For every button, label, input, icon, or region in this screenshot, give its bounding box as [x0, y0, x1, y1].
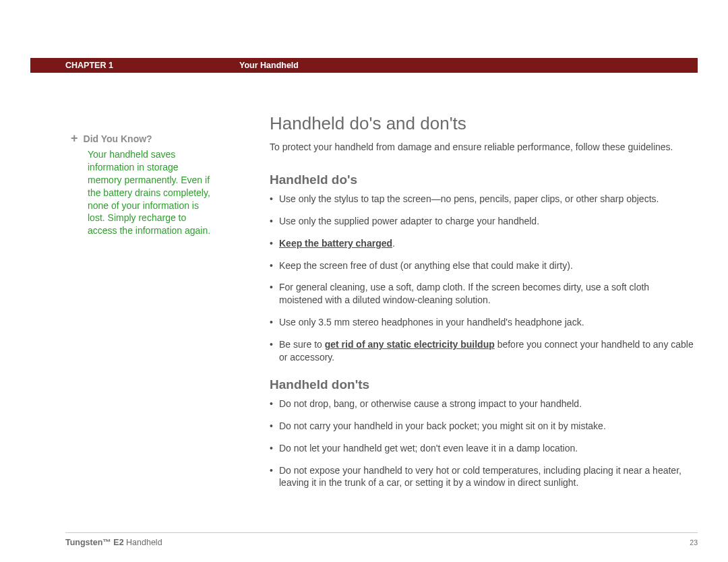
- list-item: Keep the battery charged.: [270, 237, 694, 250]
- list-item: Do not carry your handheld in your back …: [270, 420, 694, 433]
- list-item: Do not let your handheld get wet; don't …: [270, 442, 694, 455]
- chapter-label: CHAPTER 1: [30, 61, 239, 70]
- footer-model: Tungsten™ E2 Handheld: [65, 538, 162, 547]
- list-item: Be sure to get rid of any static electri…: [270, 338, 694, 364]
- page-footer: Tungsten™ E2 Handheld 23: [65, 538, 698, 547]
- footer-divider: [65, 532, 698, 533]
- donts-list: Do not drop, bang, or otherwise cause a …: [270, 398, 694, 489]
- did-you-know-sidebar: + Did You Know? Your handheld saves info…: [71, 133, 212, 237]
- chapter-title: Your Handheld: [239, 61, 299, 70]
- list-item: Do not expose your handheld to very hot …: [270, 464, 694, 490]
- static-electricity-link[interactable]: get rid of any static electricity buildu…: [325, 339, 495, 350]
- donts-heading: Handheld don'ts: [270, 377, 694, 392]
- list-item-prefix: Be sure to: [279, 339, 325, 350]
- footer-model-name: Tungsten™ E2: [65, 538, 124, 547]
- list-item-suffix: .: [392, 238, 395, 249]
- did-you-know-heading-row: + Did You Know?: [71, 133, 212, 144]
- did-you-know-heading: Did You Know?: [84, 133, 152, 144]
- chapter-header-bar: CHAPTER 1 Your Handheld: [30, 58, 698, 73]
- page-number: 23: [690, 538, 698, 547]
- list-item: Use only the stylus to tap the screen—no…: [270, 193, 694, 206]
- list-item: Keep the screen free of dust (or anythin…: [270, 259, 694, 272]
- main-content: Handheld do's and don'ts To protect your…: [270, 113, 694, 503]
- plus-icon: +: [71, 133, 78, 143]
- intro-text: To protect your handheld from damage and…: [270, 141, 694, 154]
- list-item: For general cleaning, use a soft, damp c…: [270, 281, 694, 307]
- dos-list: Use only the stylus to tap the screen—no…: [270, 193, 694, 364]
- keep-battery-charged-link[interactable]: Keep the battery charged: [279, 238, 392, 249]
- dos-heading: Handheld do's: [270, 173, 694, 187]
- page-title: Handheld do's and don'ts: [270, 113, 694, 134]
- footer-model-suffix: Handheld: [124, 538, 162, 547]
- list-item: Use only 3.5 mm stereo headphones in you…: [270, 316, 694, 329]
- list-item: Use only the supplied power adapter to c…: [270, 215, 694, 228]
- list-item: Do not drop, bang, or otherwise cause a …: [270, 398, 694, 410]
- did-you-know-body: Your handheld saves information in stora…: [71, 148, 212, 237]
